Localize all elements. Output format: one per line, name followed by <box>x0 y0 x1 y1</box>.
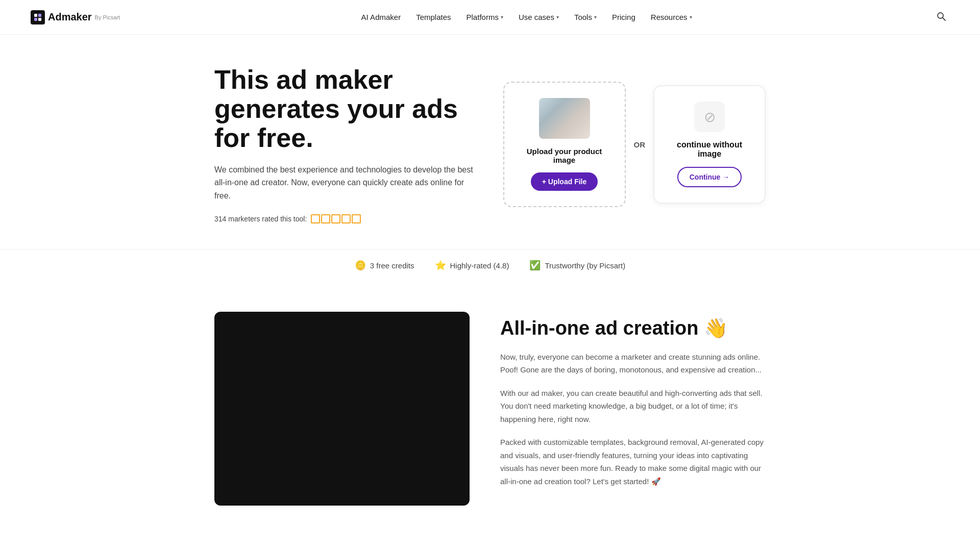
badge-rating: ⭐ Highly-rated (4.8) <box>435 260 509 271</box>
star-5 <box>352 214 361 223</box>
nav-resources[interactable]: Resources▾ <box>645 10 698 24</box>
svg-rect-1 <box>38 14 41 17</box>
upload-file-button[interactable]: + Upload File <box>531 172 598 191</box>
rating-text: 314 marketers rated this tool: <box>214 215 307 223</box>
logo-text: Admaker <box>48 11 92 23</box>
logo-sub: By Picsart <box>95 14 120 20</box>
hero-section: This ad maker generates your ads for fre… <box>184 35 796 244</box>
section2: All-in-one ad creation 👋 Now, truly, eve… <box>184 291 796 526</box>
search-button[interactable] <box>933 8 949 27</box>
nav-templates[interactable]: Templates <box>410 10 457 24</box>
star-1 <box>311 214 320 223</box>
star-2 <box>321 214 330 223</box>
section2-text: All-in-one ad creation 👋 Now, truly, eve… <box>500 312 766 498</box>
badge-credits: 🪙 3 free credits <box>355 260 414 271</box>
video-placeholder[interactable] <box>214 312 470 506</box>
continue-card-label: continue without image <box>667 140 752 159</box>
badge-credits-text: 3 free credits <box>370 261 414 270</box>
no-image-icon: ⊘ <box>694 102 725 132</box>
svg-rect-0 <box>34 14 37 17</box>
nav-pricing[interactable]: Pricing <box>606 10 642 24</box>
star-3 <box>331 214 340 223</box>
badge-trust: ✅ Trustworthy (by Picsart) <box>529 260 625 271</box>
svg-rect-2 <box>34 18 37 21</box>
logo-icon <box>31 10 45 24</box>
upload-btn-label: + Upload File <box>542 178 587 186</box>
section2-p1: Now, truly, everyone can become a market… <box>500 350 766 377</box>
hero-rating: 314 marketers rated this tool: <box>214 214 480 223</box>
product-thumbnail <box>539 98 590 139</box>
nav-use-cases[interactable]: Use cases▾ <box>512 10 565 24</box>
section2-p3: Packed with customizable templates, back… <box>500 436 766 488</box>
continue-card: ⊘ continue without image Continue → <box>653 85 766 204</box>
star-4 <box>341 214 351 223</box>
product-image-preview <box>539 98 590 139</box>
section2-title: All-in-one ad creation 👋 <box>500 317 766 340</box>
checkmark-icon: ✅ <box>529 260 541 271</box>
hero-left: This ad maker generates your ads for fre… <box>214 65 480 223</box>
nav-tools[interactable]: Tools▾ <box>568 10 603 24</box>
continue-btn-label: Continue → <box>690 173 730 181</box>
star-rating <box>311 214 361 223</box>
svg-rect-3 <box>38 18 41 21</box>
badges-row: 🪙 3 free credits ⭐ Highly-rated (4.8) ✅ … <box>0 249 980 291</box>
continue-button[interactable]: Continue → <box>677 167 742 187</box>
or-divider: OR <box>634 140 646 149</box>
upload-card-label: Upload your product image <box>517 147 612 164</box>
hero-cards: Upload your product image + Upload File … <box>503 82 766 207</box>
section2-p2: With our ad maker, you can create beauti… <box>500 387 766 426</box>
navbar: Admaker By Picsart AI Admaker Templates … <box>0 0 980 35</box>
slash-circle-icon: ⊘ <box>704 109 716 126</box>
hero-title: This ad maker generates your ads for fre… <box>214 65 480 153</box>
badge-trust-text: Trustworthy (by Picsart) <box>545 261 625 270</box>
upload-card: Upload your product image + Upload File <box>503 82 626 207</box>
svg-line-5 <box>943 18 945 20</box>
star-icon: ⭐ <box>435 260 446 271</box>
coins-icon: 🪙 <box>355 260 366 271</box>
nav-ai-admaker[interactable]: AI Admaker <box>355 10 407 24</box>
nav-links: AI Admaker Templates Platforms▾ Use case… <box>355 10 698 24</box>
nav-platforms[interactable]: Platforms▾ <box>460 10 509 24</box>
badge-rating-text: Highly-rated (4.8) <box>450 261 509 270</box>
svg-point-4 <box>938 13 943 18</box>
hero-subtitle: We combined the best experience and tech… <box>214 163 480 203</box>
logo[interactable]: Admaker By Picsart <box>31 10 120 24</box>
